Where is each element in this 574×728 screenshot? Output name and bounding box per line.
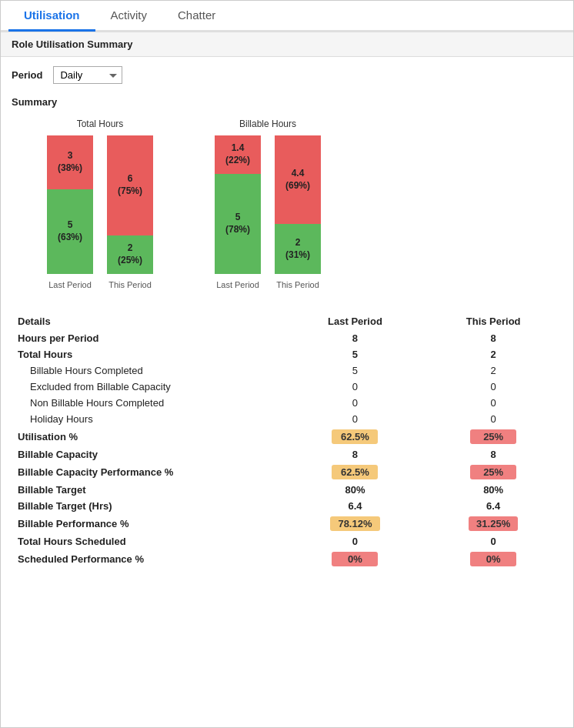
details-row-this-8: 25%	[424, 463, 562, 482]
details-section: Details Last Period This Period Hours pe…	[1, 305, 573, 576]
details-row-this-11: 31.25%	[424, 514, 562, 533]
summary-label: Summary	[1, 93, 573, 111]
bar-label-total-this: This Period	[108, 280, 152, 289]
section-header: Role Utilisation Summary	[1, 32, 573, 57]
details-row-last-4: 0	[286, 395, 425, 411]
chart-total-hours: Total Hours 3 (38%) 5 (63%) Last Period	[47, 119, 153, 289]
details-row-label-5: Holiday Hours	[12, 411, 286, 427]
bar-segment-billable-last-red: 1.4 (22%)	[215, 135, 261, 174]
details-row-last-10: 6.4	[286, 498, 425, 514]
details-row-this-6: 25%	[424, 427, 562, 446]
details-row-this-4: 0	[424, 395, 562, 411]
bar-segment-billable-this-green: 2 (31%)	[275, 224, 321, 274]
details-row-label-11: Billable Performance %	[12, 514, 286, 533]
details-row-label-10: Billable Target (Hrs)	[12, 498, 286, 514]
badge-last-11: 78.12%	[330, 516, 379, 531]
bar-segment-total-this-green: 2 (25%)	[107, 235, 153, 274]
badge-this-11: 31.25%	[469, 516, 518, 531]
details-row-label-7: Billable Capacity	[12, 446, 286, 463]
bar-label-total-last: Last Period	[48, 280, 92, 289]
details-row-label-4: Non Billable Hours Completed	[12, 395, 286, 411]
bar-stack-billable-last: 1.4 (22%) 5 (78%)	[215, 135, 261, 274]
details-row-last-8: 62.5%	[286, 463, 425, 482]
details-row-label-0: Hours per Period	[12, 330, 286, 346]
details-row-label-13: Scheduled Performance %	[12, 549, 286, 569]
details-row-label-1: Total Hours	[12, 346, 286, 362]
badge-this-13: 0%	[470, 552, 516, 566]
tab-activity[interactable]: Activity	[95, 1, 163, 32]
chart-billable-hours: Billable Hours 1.4 (22%) 5 (78%) Last Pe…	[215, 119, 321, 289]
details-row-label-12: Total Hours Scheduled	[12, 533, 286, 549]
tab-chatter[interactable]: Chatter	[162, 1, 231, 32]
details-row-this-1: 2	[424, 346, 562, 362]
chart-total-hours-bars: 3 (38%) 5 (63%) Last Period 6 (75%)	[47, 135, 153, 289]
details-row-label-2: Billable Hours Completed	[12, 362, 286, 379]
chart-billable-hours-bars: 1.4 (22%) 5 (78%) Last Period 4.4 (69%)	[215, 135, 321, 289]
details-row-label-9: Billable Target	[12, 482, 286, 498]
details-row-this-3: 0	[424, 379, 562, 395]
badge-this-8: 25%	[470, 465, 516, 479]
details-row-this-10: 6.4	[424, 498, 562, 514]
details-row-last-3: 0	[286, 379, 425, 395]
details-col-last-header: Last Period	[286, 312, 425, 330]
bar-billable-last: 1.4 (22%) 5 (78%) Last Period	[215, 135, 261, 289]
details-row-last-11: 78.12%	[286, 514, 425, 533]
details-row-last-12: 0	[286, 533, 425, 549]
details-row-last-13: 0%	[286, 549, 425, 569]
bar-stack-billable-this: 4.4 (69%) 2 (31%)	[275, 135, 321, 274]
period-row: Period Daily Weekly Monthly	[1, 57, 573, 93]
details-row-this-5: 0	[424, 411, 562, 427]
bar-stack-total-last: 3 (38%) 5 (63%)	[47, 135, 93, 274]
details-row-last-9: 80%	[286, 482, 425, 498]
details-row-last-0: 8	[286, 330, 425, 346]
details-row-last-7: 8	[286, 446, 425, 463]
chart-total-hours-title: Total Hours	[77, 119, 124, 129]
bar-billable-this: 4.4 (69%) 2 (31%) This Period	[275, 135, 321, 289]
bar-segment-total-last-red: 3 (38%)	[47, 135, 93, 189]
details-row-this-12: 0	[424, 533, 562, 549]
period-select[interactable]: Daily Weekly Monthly	[53, 66, 122, 84]
tab-utilisation[interactable]: Utilisation	[8, 1, 95, 32]
details-row-last-5: 0	[286, 411, 425, 427]
bar-stack-total-this: 6 (75%) 2 (25%)	[107, 135, 153, 274]
details-row-this-0: 8	[424, 330, 562, 346]
badge-this-6: 25%	[470, 429, 516, 444]
bar-segment-billable-this-red: 4.4 (69%)	[275, 135, 321, 224]
tabs-bar: Utilisation Activity Chatter	[1, 1, 573, 32]
bar-segment-billable-last-green: 5 (78%)	[215, 174, 261, 274]
bar-label-billable-this: This Period	[276, 280, 319, 289]
details-row-last-2: 5	[286, 362, 425, 379]
details-col-header: Details	[12, 312, 286, 330]
bar-segment-total-last-green: 5 (63%)	[47, 189, 93, 274]
charts-area: Total Hours 3 (38%) 5 (63%) Last Period	[1, 111, 573, 305]
details-row-this-13: 0%	[424, 549, 562, 569]
details-col-this-header: This Period	[424, 312, 562, 330]
details-table: Details Last Period This Period Hours pe…	[12, 312, 562, 569]
bar-segment-total-this-red: 6 (75%)	[107, 135, 153, 235]
details-row-label-3: Excluded from Billable Capacity	[12, 379, 286, 395]
details-row-this-7: 8	[424, 446, 562, 463]
badge-last-6: 62.5%	[332, 429, 378, 444]
details-row-last-6: 62.5%	[286, 427, 425, 446]
details-row-last-1: 5	[286, 346, 425, 362]
badge-last-13: 0%	[332, 552, 378, 566]
details-row-this-9: 80%	[424, 482, 562, 498]
bar-total-this: 6 (75%) 2 (25%) This Period	[107, 135, 153, 289]
details-row-this-2: 2	[424, 362, 562, 379]
details-row-label-6: Utilisation %	[12, 427, 286, 446]
bar-label-billable-last: Last Period	[216, 280, 259, 289]
period-label: Period	[12, 69, 42, 81]
bar-total-last: 3 (38%) 5 (63%) Last Period	[47, 135, 93, 289]
chart-billable-hours-title: Billable Hours	[239, 119, 296, 129]
badge-last-8: 62.5%	[332, 465, 378, 479]
details-row-label-8: Billable Capacity Performance %	[12, 463, 286, 482]
